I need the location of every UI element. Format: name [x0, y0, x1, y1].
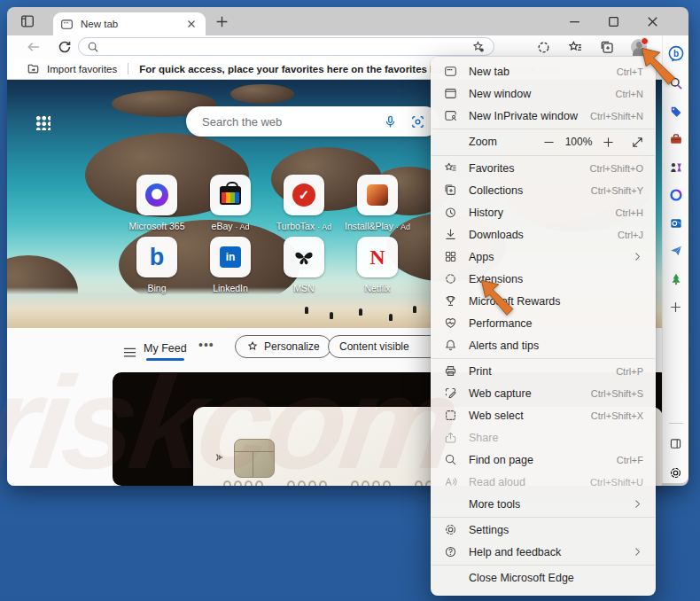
menu-item-label: Collections: [469, 184, 591, 197]
chevron-right-icon: [632, 498, 643, 510]
zoom-in-icon[interactable]: [602, 136, 615, 149]
alerts-icon: [443, 339, 457, 353]
sidebar-outlook-icon[interactable]: [667, 215, 684, 231]
add-favorite-icon[interactable]: [471, 40, 486, 54]
menu-item-web-select[interactable]: Web selectCtrl+Shift+X: [431, 404, 656, 426]
menu-item-new-inprivate-window[interactable]: New InPrivate windowCtrl+Shift+N: [431, 105, 656, 127]
minimize-icon[interactable]: [567, 14, 582, 29]
tile-label: eBay: [212, 221, 233, 231]
tile-label: Bing: [147, 283, 166, 293]
shortcut-tile-ebay[interactable]: eBay · Ad: [210, 175, 251, 231]
print-icon: [443, 364, 457, 379]
import-favorites-icon: [27, 62, 40, 75]
menu-item-downloads[interactable]: DownloadsCtrl+J: [431, 223, 656, 246]
close-icon[interactable]: [645, 14, 660, 29]
menu-item-favorites[interactable]: FavoritesCtrl+Shift+O: [431, 157, 656, 179]
shortcut-tile-turbotax[interactable]: ✓TurboTax · Ad: [284, 175, 324, 231]
content-visible-button[interactable]: Content visible: [328, 335, 445, 358]
maximize-icon[interactable]: [606, 14, 621, 29]
new-tab-plus-icon[interactable]: [214, 14, 229, 29]
menu-item-label: New window: [469, 88, 616, 100]
sidebar-games-icon[interactable]: [667, 159, 684, 176]
tab-favicon-icon: [60, 18, 74, 31]
menu-item-collections[interactable]: CollectionsCtrl+Shift+Y: [431, 179, 656, 201]
menu-item-performance[interactable]: Performance: [431, 312, 656, 334]
shortcut-tile-microsoft-365[interactable]: Microsoft 365: [136, 175, 177, 231]
workspaces-icon[interactable]: [19, 13, 35, 29]
sidebar-microsoft-365-icon[interactable]: [667, 187, 684, 204]
menu-item-history[interactable]: HistoryCtrl+H: [431, 201, 656, 223]
address-bar[interactable]: [78, 37, 494, 56]
menu-item-web-capture[interactable]: Web captureCtrl+Shift+S: [431, 382, 656, 404]
feed-menu-icon[interactable]: [123, 345, 136, 355]
window-controls: [567, 7, 660, 35]
voice-search-icon[interactable]: [383, 114, 398, 129]
sidebar-drop-icon[interactable]: [667, 243, 684, 260]
ad-badge: Ad: [239, 222, 249, 231]
back-icon[interactable]: [26, 39, 42, 55]
share-icon: [443, 431, 457, 445]
menu-item-microsoft-rewards[interactable]: Microsoft Rewards: [431, 290, 656, 312]
menu-item-read-aloud: Read aloudCtrl+Shift+U: [431, 471, 656, 493]
shortcut-tile-bing[interactable]: bBing: [136, 237, 177, 293]
fullscreen-icon[interactable]: [631, 136, 643, 148]
browser-tab[interactable]: New tab: [53, 12, 206, 35]
shortcut-tile-msn[interactable]: MSN: [284, 237, 324, 293]
menu-item-print[interactable]: PrintCtrl+P: [431, 360, 656, 382]
menu-item-more-tools[interactable]: More tools: [431, 493, 656, 515]
extensions-hub-icon[interactable]: [534, 38, 552, 56]
menu-item-label: New tab: [469, 66, 617, 78]
edge-menu: New tabCtrl+TNew windowCtrl+NNew InPriva…: [431, 57, 656, 596]
menu-item-apps[interactable]: Apps: [431, 246, 656, 268]
app-launcher-icon[interactable]: [35, 115, 51, 130]
collections-icon[interactable]: [598, 38, 616, 56]
import-favorites-button[interactable]: Import favorites: [47, 64, 117, 74]
menu-item-close-microsoft-edge[interactable]: Close Microsoft Edge: [431, 566, 656, 589]
sidebar-panel-icon[interactable]: [667, 435, 684, 452]
sidebar-tree-icon[interactable]: [667, 270, 684, 287]
menu-shortcut: Ctrl+Shift+U: [590, 477, 643, 488]
visual-search-icon[interactable]: [410, 114, 425, 129]
menu-item-find-on-page[interactable]: Find on pageCtrl+F: [431, 449, 656, 471]
menu-item-label: Help and feedback: [469, 546, 632, 558]
menu-item-help-and-feedback[interactable]: Help and feedback: [431, 541, 656, 563]
zoom-out-icon[interactable]: [542, 136, 556, 149]
menu-item-settings[interactable]: Settings: [431, 519, 656, 541]
web-search-box[interactable]: [186, 106, 439, 137]
tile-label: Netflix: [364, 283, 390, 293]
penguin: [305, 307, 308, 314]
menu-item-new-window[interactable]: New windowCtrl+N: [431, 82, 656, 105]
sidebar-settings-icon[interactable]: [667, 464, 684, 481]
turbotax-icon: ✓: [284, 175, 324, 215]
personalize-button[interactable]: Personalize: [235, 335, 331, 358]
web-search-input[interactable]: [200, 114, 370, 129]
shortcut-tile-linkedin[interactable]: inLinkedIn: [210, 237, 251, 293]
menu-item-extensions[interactable]: Extensions: [431, 268, 656, 290]
menu-item-new-tab[interactable]: New tabCtrl+T: [431, 60, 656, 82]
no-icon: [443, 497, 457, 511]
menu-item-alerts-and-tips[interactable]: Alerts and tips: [431, 334, 656, 356]
menu-shortcut: Ctrl+Shift+N: [590, 111, 643, 121]
favorites-bar-icon[interactable]: [566, 38, 584, 56]
tab-my-feed[interactable]: My Feed: [144, 342, 187, 355]
feed-more-icon[interactable]: •••: [198, 338, 214, 352]
tile-label: Microsoft 365: [128, 221, 184, 231]
menu-item-label: Apps: [469, 251, 632, 263]
tab-close-icon[interactable]: [184, 17, 198, 31]
sidebar-shopping-icon[interactable]: [667, 103, 684, 120]
sidebar-toolbox-icon[interactable]: [667, 131, 684, 148]
shortcut-tile-netflix[interactable]: NNetflix: [357, 237, 398, 293]
install-play-icon: [357, 175, 398, 215]
menu-item-label: Downloads: [469, 229, 618, 241]
penguin: [330, 312, 333, 319]
refresh-icon[interactable]: [57, 39, 73, 55]
inprivate-icon: [443, 109, 457, 123]
address-bar-input[interactable]: [105, 40, 471, 54]
menu-shortcut: Ctrl+F: [617, 455, 643, 465]
sparkle-icon: [246, 340, 259, 353]
find-icon: [443, 453, 457, 467]
menu-item-label: Share: [469, 432, 643, 444]
shortcut-tile-install-play[interactable]: Install&Play · Ad: [357, 175, 398, 231]
sidebar-add-icon[interactable]: [667, 299, 684, 316]
title-bar: New tab: [7, 7, 688, 35]
